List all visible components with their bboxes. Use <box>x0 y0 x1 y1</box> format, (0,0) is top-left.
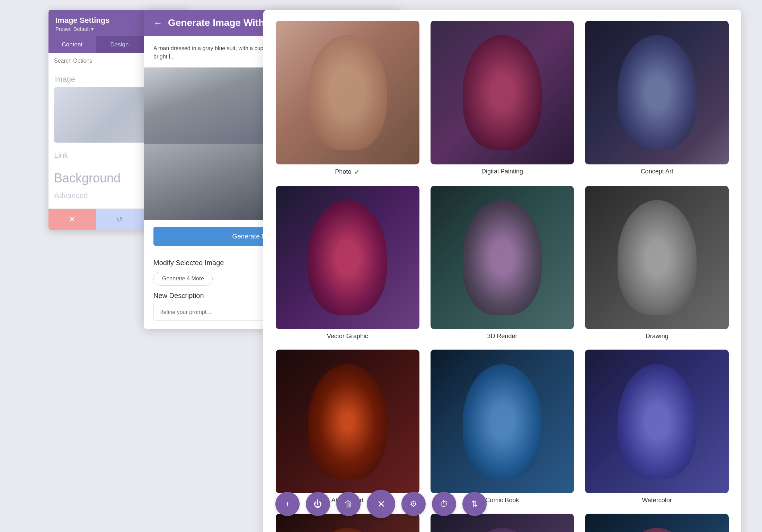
style-label-photo: Photo <box>335 168 351 175</box>
panel-title: Image Settings <box>55 16 109 25</box>
close-button[interactable]: ✕ <box>367 490 395 518</box>
add-icon: + <box>285 499 290 509</box>
style-item-digital[interactable]: Digital Painting <box>431 21 574 176</box>
style-label-watercolor: Watercolor <box>642 497 672 504</box>
generate-title: Generate Image With AI <box>168 17 276 28</box>
style-image-comic <box>431 350 574 493</box>
style-label-row-photo: Photo ✓ <box>335 168 360 176</box>
close-icon: ✕ <box>377 498 385 510</box>
style-item-drawing[interactable]: Drawing <box>585 186 729 340</box>
generated-image-3[interactable] <box>144 144 272 220</box>
tab-design[interactable]: Design <box>96 36 143 53</box>
style-label-vector: Vector Graphic <box>327 333 368 340</box>
style-label-comic: Comic Book <box>485 497 519 504</box>
style-item-watercolor[interactable]: Watercolor <box>585 350 729 504</box>
style-image-watercolor <box>585 350 729 493</box>
delete-button[interactable]: 🗑 <box>336 492 361 516</box>
style-check-photo: ✓ <box>354 168 360 176</box>
power-icon: ⏻ <box>314 499 322 509</box>
style-image-digital <box>431 21 574 164</box>
tab-content[interactable]: Content <box>48 36 96 53</box>
generate-4-more-button[interactable]: Generate 4 More <box>153 272 213 286</box>
style-label-3d: 3D Render <box>487 333 517 340</box>
style-grid: Photo ✓ Digital Painting Conce <box>276 21 729 532</box>
style-digital-bg <box>431 21 574 164</box>
settings-button[interactable]: ⚙ <box>401 492 426 516</box>
trash-icon: 🗑 <box>344 499 353 509</box>
style-label-drawing: Drawing <box>646 333 668 340</box>
advanced-label: Advanced <box>54 191 88 200</box>
style-label-row-drawing: Drawing <box>646 333 668 340</box>
style-image-drawing <box>585 186 729 330</box>
style-3d-bg <box>431 186 574 330</box>
sliders-button[interactable]: ⇅ <box>462 492 487 516</box>
style-abstract-bg <box>276 350 419 493</box>
style-label-row-vector: Vector Graphic <box>327 333 368 340</box>
style-item-photo[interactable]: Photo ✓ <box>276 21 419 176</box>
style-image-photo <box>276 21 419 164</box>
style-label-row-3d: 3D Render <box>487 333 517 340</box>
link-label: Link <box>54 151 68 160</box>
style-concept-bg <box>585 21 729 164</box>
back-arrow-icon[interactable]: ← <box>153 18 162 28</box>
panel-preset[interactable]: Preset: Default ▾ <box>55 26 109 32</box>
timer-button[interactable]: ⏱ <box>432 492 456 516</box>
style-label-concept: Concept Art <box>641 168 673 175</box>
style-item-comic[interactable]: Comic Book <box>431 350 574 504</box>
cancel-button[interactable]: ✕ <box>48 209 96 230</box>
style-item-vector[interactable]: Vector Graphic <box>276 186 419 340</box>
style-cartoon-bg <box>585 514 729 532</box>
gear-icon: ⚙ <box>410 499 417 509</box>
style-label-row-digital: Digital Painting <box>481 168 523 175</box>
background-label: Background <box>54 171 121 185</box>
style-label-row-watercolor: Watercolor <box>642 497 672 504</box>
generated-image-1[interactable] <box>144 67 272 144</box>
style-item-abstract[interactable]: Abstract Art <box>276 350 419 504</box>
image-placeholder-3 <box>144 144 272 220</box>
power-button[interactable]: ⏻ <box>306 492 330 516</box>
sliders-icon: ⇅ <box>471 499 478 509</box>
style-image-vector <box>276 186 419 330</box>
style-label-digital: Digital Painting <box>481 168 523 175</box>
style-selector-panel: Photo ✓ Digital Painting Conce <box>263 10 741 532</box>
timer-icon: ⏱ <box>440 499 448 509</box>
reset-button[interactable]: ↺ <box>96 209 143 230</box>
style-drawing-bg <box>585 186 729 330</box>
bottom-toolbar: + ⏻ 🗑 ✕ ⚙ ⏱ ⇅ <box>275 490 487 518</box>
image-placeholder-1 <box>144 67 272 144</box>
style-image-abstract <box>276 350 419 493</box>
style-photo-bg <box>276 21 419 164</box>
style-image-cartoon <box>585 514 729 532</box>
style-image-concept <box>585 21 729 164</box>
style-label-row-concept: Concept Art <box>641 168 673 175</box>
style-item-3d[interactable]: 3D Render <box>431 186 574 340</box>
style-vector-bg <box>276 186 419 330</box>
style-waterclr-bg <box>585 350 729 493</box>
style-item-concept[interactable]: Concept Art <box>585 21 729 176</box>
style-comic-bg <box>431 350 574 493</box>
style-image-3d <box>431 186 574 330</box>
style-label-row-comic: Comic Book <box>485 497 519 504</box>
add-button[interactable]: + <box>275 492 300 516</box>
style-item-cartoon[interactable]: Cartoon <box>585 514 729 532</box>
